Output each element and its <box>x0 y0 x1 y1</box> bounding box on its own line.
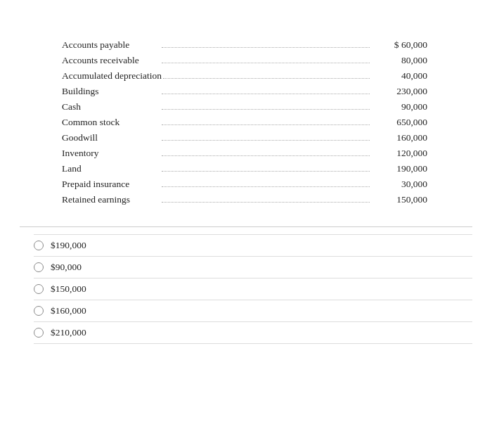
balance-row: Goodwill160,000 <box>62 132 427 143</box>
balance-label: Goodwill <box>62 132 160 143</box>
question-text <box>20 13 472 27</box>
answer-label: $90,000 <box>51 262 82 273</box>
balance-row: Retained earnings150,000 <box>62 194 427 205</box>
balance-value: 80,000 <box>371 55 427 66</box>
radio-circle <box>34 284 44 294</box>
balance-value: 230,000 <box>371 86 427 97</box>
radio-circle <box>34 306 44 316</box>
answer-label: $160,000 <box>51 305 86 316</box>
balance-label: Accounts receivable <box>62 55 160 66</box>
radio-inner <box>37 331 41 335</box>
balance-row: Cash90,000 <box>62 101 427 113</box>
balance-table: Accounts payable$ 60,000Accounts receiva… <box>62 39 427 210</box>
balance-value: 160,000 <box>371 132 427 143</box>
balance-row: Accounts receivable80,000 <box>62 55 427 66</box>
balance-row: Accumulated depreciation40,000 <box>62 70 427 82</box>
answer-option-opt2[interactable]: $90,000 <box>34 257 472 279</box>
balance-label: Prepaid insurance <box>62 179 160 190</box>
balance-dots <box>162 171 370 172</box>
balance-row: Prepaid insurance30,000 <box>62 179 427 190</box>
balance-value: 40,000 <box>371 70 427 82</box>
answer-options: $190,000$90,000$150,000$160,000$210,000 <box>34 234 472 344</box>
balance-dots <box>162 124 370 125</box>
balance-label: Inventory <box>62 148 160 159</box>
balance-label: Buildings <box>62 86 160 97</box>
balance-label: Retained earnings <box>62 194 160 205</box>
radio-circle <box>34 328 44 338</box>
balance-dots <box>162 109 370 110</box>
balance-row: Buildings230,000 <box>62 86 427 97</box>
balance-dots <box>162 47 370 48</box>
balance-value: $ 60,000 <box>371 39 427 51</box>
balance-value: 30,000 <box>371 179 427 190</box>
answer-label: $210,000 <box>51 327 86 338</box>
balance-label: Land <box>62 163 160 174</box>
answer-option-opt1[interactable]: $190,000 <box>34 234 472 257</box>
balance-label: Accumulated depreciation <box>62 70 162 82</box>
balance-row: Common stock650,000 <box>62 117 427 128</box>
balance-label: Cash <box>62 101 160 113</box>
balance-dots <box>162 155 370 156</box>
radio-inner <box>37 265 41 269</box>
balance-value: 190,000 <box>371 163 427 174</box>
answer-label: $190,000 <box>51 240 86 251</box>
radio-circle <box>34 262 44 272</box>
balance-row: Accounts payable$ 60,000 <box>62 39 427 51</box>
balance-value: 150,000 <box>371 194 427 205</box>
balance-row: Land190,000 <box>62 163 427 174</box>
balance-value: 650,000 <box>371 117 427 128</box>
balance-row: Inventory120,000 <box>62 148 427 159</box>
balance-label: Common stock <box>62 117 160 128</box>
balance-value: 90,000 <box>371 101 427 113</box>
balance-dots <box>162 94 370 94</box>
balance-label: Accounts payable <box>62 39 160 51</box>
answer-option-opt3[interactable]: $150,000 <box>34 279 472 300</box>
balance-dots <box>162 186 370 187</box>
balance-dots <box>162 63 370 63</box>
divider-top <box>20 226 472 227</box>
answer-option-opt4[interactable]: $160,000 <box>34 300 472 322</box>
radio-circle <box>34 241 44 250</box>
radio-inner <box>37 309 41 313</box>
radio-inner <box>37 243 41 248</box>
balance-value: 120,000 <box>371 148 427 159</box>
page-container: Accounts payable$ 60,000Accounts receiva… <box>0 0 492 448</box>
radio-inner <box>37 287 41 291</box>
answer-label: $150,000 <box>51 283 86 295</box>
balance-dots <box>162 202 370 203</box>
balance-dots <box>162 140 370 141</box>
balance-dots <box>163 78 370 79</box>
answer-option-opt5[interactable]: $210,000 <box>34 322 472 344</box>
